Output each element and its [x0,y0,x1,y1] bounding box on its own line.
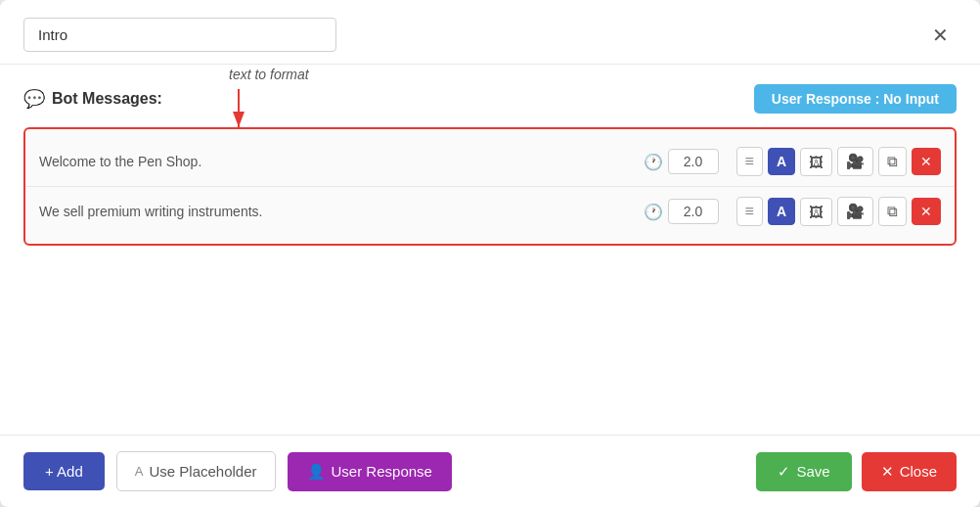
modal-close-button[interactable]: ✕ [924,22,957,49]
footer-right: ✓ Save ✕ Close [756,452,957,491]
clock-icon-1: 🕐 [644,153,663,171]
bot-messages-label: 💬 Bot Messages: [23,88,162,110]
annotation-text: text to format [229,67,309,82]
section-header: 💬 Bot Messages: text to format User Resp… [23,84,957,114]
use-placeholder-button[interactable]: A Use Placeholder [116,451,276,491]
user-response-button[interactable]: 👤 User Response [288,452,452,491]
menu-button-1[interactable]: ≡ [736,147,763,176]
video-button-2[interactable]: 🎥 [837,197,873,226]
wechat-icon: 💬 [23,88,45,110]
check-icon: ✓ [778,463,790,481]
close-button[interactable]: ✕ Close [862,452,957,491]
delay-group-2: 🕐 [644,199,719,224]
image-button-2[interactable]: 🖼 [800,198,832,226]
close-x-icon: ✕ [881,463,894,481]
user-response-badge-button[interactable]: User Response : No Input [754,84,957,114]
user-response-label: User Response [332,463,432,480]
modal-body: 💬 Bot Messages: text to format User Resp… [0,65,980,435]
copy-button-2[interactable]: ⧉ [878,197,907,226]
delete-button-2[interactable]: ✕ [912,198,941,225]
messages-area: Welcome to the Pen Shop. 🕐 ≡ A 🖼 🎥 ⧉ ✕ W… [23,127,957,246]
clock-icon-2: 🕐 [644,203,663,221]
table-row: Welcome to the Pen Shop. 🕐 ≡ A 🖼 🎥 ⧉ ✕ [25,137,955,187]
save-label: Save [796,463,829,480]
delete-button-1[interactable]: ✕ [912,148,941,175]
add-button[interactable]: + Add [23,452,105,490]
table-row: We sell premium writing instruments. 🕐 ≡… [25,187,955,236]
message-text-2: We sell premium writing instruments. [39,204,624,219]
menu-button-2[interactable]: ≡ [736,197,763,226]
delay-group-1: 🕐 [644,149,719,174]
save-button[interactable]: ✓ Save [756,452,851,491]
annotation-container: text to format [229,67,317,131]
copy-button-1[interactable]: ⧉ [878,147,907,176]
font-button-2[interactable]: A [768,198,795,225]
close-label: Close [900,463,937,480]
message-text-1: Welcome to the Pen Shop. [39,154,624,169]
action-buttons-1: ≡ A 🖼 🎥 ⧉ ✕ [736,147,941,176]
use-placeholder-label: Use Placeholder [149,463,256,480]
font-button-1[interactable]: A [768,148,795,175]
modal-header: ✕ [0,0,980,65]
image-button-1[interactable]: 🖼 [800,148,832,176]
text-a-icon: A [135,464,144,479]
delay-input-2[interactable] [668,199,719,224]
annotation-arrow [229,84,317,131]
bot-messages-text: Bot Messages: [52,90,162,108]
modal-footer: + Add A Use Placeholder 👤 User Response … [0,435,980,507]
action-buttons-2: ≡ A 🖼 🎥 ⧉ ✕ [736,197,941,226]
modal: ✕ 💬 Bot Messages: text to format [0,0,980,507]
title-input[interactable] [23,18,336,52]
user-icon: 👤 [307,463,326,481]
delay-input-1[interactable] [668,149,719,174]
video-button-1[interactable]: 🎥 [837,147,873,176]
